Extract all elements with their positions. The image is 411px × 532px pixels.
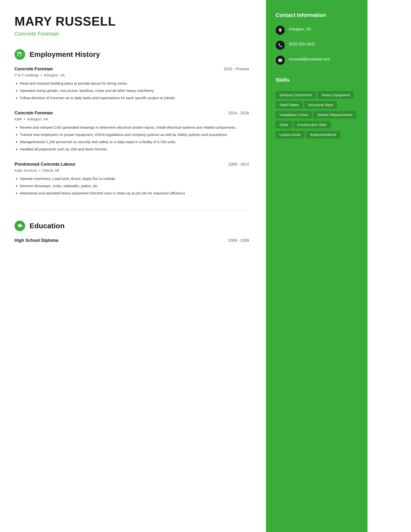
divider: [15, 211, 249, 211]
skills-container: General ContractorsHeavy EquipmentSteel …: [276, 90, 358, 140]
jobs-container: Concrete Foreman 2016 - Present P & P Ho…: [15, 66, 249, 196]
location-icon: [276, 26, 285, 35]
contact-section-title: Contact Information: [276, 12, 358, 18]
job-block: Concrete Foreman 2016 - Present P & P Ho…: [15, 66, 249, 101]
skill-badge: Structural Steel: [304, 101, 337, 109]
job-block: Prestressed Concrete Labour 2009 - 2014 …: [15, 162, 249, 196]
skill-badge: Superintendents: [306, 131, 340, 138]
skill-badge: General Contractors: [276, 91, 316, 99]
edu-block: High School Diploma 2009 - 2009: [15, 238, 249, 243]
job-bullets: Operate machinery, Load tools, Braze, Ap…: [15, 176, 249, 196]
bullet-item: Handled all paperwork such as JSA and Wo…: [20, 146, 249, 152]
job-title: Prestressed Concrete Labour: [15, 162, 75, 167]
job-dates: 2014 - 2016: [228, 111, 249, 115]
contact-text-email: mrussell@example.com: [289, 55, 330, 62]
sidebar: Contact Information Arlington, VA (620) …: [266, 0, 367, 532]
job-dates: 2016 - Present: [224, 67, 249, 71]
job-bullets: Review and interpret CAD generated drawi…: [15, 124, 249, 152]
bullet-item: Maintained and operated heavy equipment …: [20, 190, 249, 196]
bullet-item: Operate machinery, Load tools, Braze, Ap…: [20, 176, 249, 182]
employment-icon: [15, 49, 25, 60]
employment-section-header: Employment History: [15, 49, 249, 60]
header: MARY RUSSELL Concrete Foreman: [15, 15, 249, 37]
education-title: Education: [29, 222, 65, 230]
bullet-item: Operated stump grinder, root pruner, bac…: [20, 88, 249, 94]
skill-badge: Heavy Equipment: [318, 91, 354, 99]
contact-item-email: mrussell@example.com: [276, 55, 358, 65]
edu-degree: High School Diploma: [15, 238, 58, 243]
contact-text-location: Arlington, VA: [289, 25, 311, 32]
employment-title: Employment History: [29, 50, 100, 58]
contact-text-phone: (620) 555-5631: [289, 40, 315, 47]
bullet-item: Read and interpret building plans to pro…: [20, 81, 249, 86]
phone-icon: [276, 41, 285, 50]
job-title: Concrete Foreman: [15, 111, 53, 116]
skill-badge: Installation Crews: [276, 111, 312, 118]
bullet-item: Remove driveways, curbs, sidewalks, pati…: [20, 183, 249, 189]
job-company: KBR•Arlington, VA: [15, 117, 249, 121]
skill-badge: Construction Sites: [293, 121, 331, 128]
bullet-item: Follow direction of Foreman as to daily …: [20, 95, 249, 101]
bullet-item: Review and interpret CAD generated drawi…: [20, 124, 249, 130]
education-section: Education High School Diploma 2009 - 200…: [15, 220, 249, 243]
education-section-header: Education: [15, 220, 249, 231]
main-content: MARY RUSSELL Concrete Foreman Employment…: [0, 0, 266, 532]
job-bullets: Read and interpret building plans to pro…: [15, 81, 249, 101]
contact-container: Arlington, VA (620) 555-5631 mrussell@ex…: [276, 25, 358, 65]
candidate-title: Concrete Foreman: [15, 31, 249, 37]
job-header: Prestressed Concrete Labour 2009 - 2014: [15, 162, 249, 167]
skill-badge: Worker Requirements: [313, 111, 356, 118]
job-company: Kelly Services•Detroit, MI: [15, 168, 249, 172]
edu-container: High School Diploma 2009 - 2009: [15, 238, 249, 243]
employment-section: Employment History Concrete Foreman 2016…: [15, 49, 249, 196]
candidate-name: MARY RUSSELL: [15, 15, 249, 28]
contact-section: Contact Information Arlington, VA (620) …: [276, 12, 358, 65]
contact-item-location: Arlington, VA: [276, 25, 358, 35]
job-company: P & P Holdings•Arlington, VA: [15, 73, 249, 77]
skill-badge: Steel Plates: [276, 101, 303, 109]
email-icon: [276, 56, 285, 65]
contact-item-phone: (620) 555-5631: [276, 40, 358, 50]
bullet-item: Manage/trained 1,200 personnel on securi…: [20, 139, 249, 145]
skills-section: Skills General ContractorsHeavy Equipmen…: [276, 77, 358, 140]
job-dates: 2009 - 2014: [228, 162, 249, 167]
job-header: Concrete Foreman 2016 - Present: [15, 66, 249, 72]
job-title: Concrete Foreman: [15, 66, 53, 72]
job-header: Concrete Foreman 2014 - 2016: [15, 111, 249, 116]
education-icon: [15, 220, 25, 231]
job-block: Concrete Foreman 2014 - 2016 KBR•Arlingt…: [15, 111, 249, 152]
skills-section-title: Skills: [276, 77, 358, 83]
skill-badge: Osha: [276, 121, 292, 128]
edu-dates: 2009 - 2009: [228, 238, 249, 243]
bullet-item: Trained new employees on proper equipmen…: [20, 132, 249, 138]
skill-badge: Layout Areas: [276, 131, 305, 138]
